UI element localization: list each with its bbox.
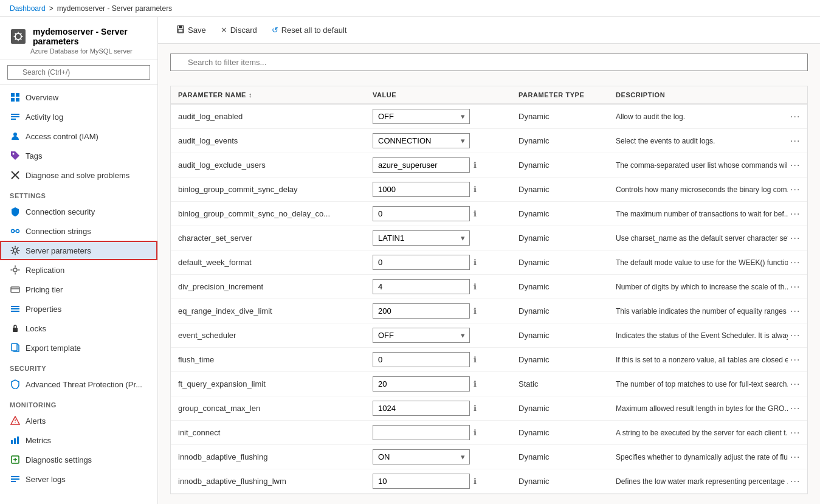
row-more-button[interactable]: ···	[788, 157, 802, 173]
row-more-button[interactable]: ···	[788, 182, 802, 198]
table-row: innodb_adaptive_flushingONOFF▾DynamicSpe…	[171, 445, 807, 469]
row-more-button[interactable]: ···	[788, 230, 802, 246]
row-more-button[interactable]: ···	[788, 133, 802, 149]
row-more-button[interactable]: ···	[788, 474, 802, 489]
value-input[interactable]	[373, 376, 470, 392]
info-icon[interactable]: ℹ	[474, 185, 477, 194]
value-input[interactable]	[373, 157, 470, 173]
discard-icon: ✕	[221, 26, 227, 35]
svg-point-14	[16, 230, 19, 233]
row-more-button[interactable]: ···	[788, 352, 802, 368]
row-more-button[interactable]: ···	[788, 401, 802, 416]
value-select[interactable]: CONNECTIONGENERALTABLE	[373, 133, 470, 148]
sidebar-item-connection-strings[interactable]: Connection strings	[0, 221, 157, 241]
sidebar-item-server-logs[interactable]: Server logs	[0, 469, 157, 489]
sidebar-item-overview[interactable]: Overview	[0, 88, 157, 107]
param-value-cell: ℹ	[365, 202, 511, 225]
sidebar-item-server-parameters[interactable]: Server parameters	[0, 241, 157, 260]
tags-icon	[10, 150, 21, 161]
row-more-button[interactable]: ···	[788, 425, 802, 441]
info-icon[interactable]: ℹ	[474, 258, 477, 267]
info-icon[interactable]: ℹ	[474, 306, 477, 316]
advanced-threat-icon	[10, 379, 21, 390]
sort-icon[interactable]: ↕	[249, 91, 252, 98]
value-input[interactable]	[373, 352, 470, 367]
param-type-cell: Dynamic	[511, 351, 608, 368]
connection-strings-label: Connection strings	[26, 227, 91, 236]
export-template-label: Export template	[26, 343, 81, 353]
filter-wrapper: 🔍	[170, 54, 808, 78]
value-input[interactable]	[373, 182, 470, 197]
filter-search-input[interactable]	[170, 54, 808, 71]
param-value-cell: ℹ	[365, 154, 511, 176]
value-input[interactable]	[373, 425, 470, 440]
param-value-cell: ℹ	[365, 373, 511, 395]
value-input[interactable]	[373, 206, 470, 221]
discard-button[interactable]: ✕ Discard	[215, 22, 263, 38]
sidebar-item-diagnostic-settings[interactable]: Diagnostic settings	[0, 450, 157, 469]
info-icon[interactable]: ℹ	[474, 428, 477, 437]
sidebar-item-replication[interactable]: Replication	[0, 260, 157, 280]
row-more-button[interactable]: ···	[788, 109, 802, 125]
sidebar-item-locks[interactable]: Locks	[0, 319, 157, 338]
row-more-button[interactable]: ···	[788, 303, 802, 319]
header-description: DESCRIPTION	[608, 86, 788, 103]
sidebar-navigation: Overview Activity log Access control (IA…	[0, 85, 157, 504]
row-more-cell: ···	[788, 157, 807, 173]
svg-point-10	[13, 153, 15, 155]
param-desc-cell: Indicates the status of the Event Schedu…	[608, 328, 788, 343]
param-type-cell: Static	[511, 376, 608, 392]
sidebar-item-pricing-tier[interactable]: Pricing tier	[0, 280, 157, 299]
info-icon[interactable]: ℹ	[474, 161, 477, 170]
sidebar-search-container: 🔍	[0, 60, 157, 85]
row-more-button[interactable]: ···	[788, 376, 802, 392]
value-input[interactable]	[373, 255, 470, 270]
reset-button[interactable]: ↺ Reset all to default	[266, 22, 353, 38]
info-icon[interactable]: ℹ	[474, 355, 477, 364]
sidebar-item-tags[interactable]: Tags	[0, 146, 157, 165]
info-icon[interactable]: ℹ	[474, 282, 477, 291]
sidebar-item-diagnose[interactable]: Diagnose and solve problems	[0, 165, 157, 185]
svg-point-26	[15, 422, 16, 423]
table-row: eq_range_index_dive_limitℹDynamicThis va…	[171, 299, 807, 323]
sidebar-item-metrics[interactable]: Metrics	[0, 430, 157, 450]
value-select[interactable]: LATIN1UTF8UTF8MB4	[373, 230, 470, 246]
value-input[interactable]	[373, 474, 470, 489]
breadcrumb-dashboard[interactable]: Dashboard	[10, 4, 46, 13]
row-more-button[interactable]: ···	[788, 279, 802, 295]
row-more-button[interactable]: ···	[788, 328, 802, 343]
diagnostic-settings-icon	[10, 454, 21, 465]
info-icon[interactable]: ℹ	[474, 379, 477, 388]
row-more-button[interactable]: ···	[788, 255, 802, 271]
value-input[interactable]	[373, 303, 470, 319]
info-icon[interactable]: ℹ	[474, 209, 477, 218]
sidebar-item-connection-security[interactable]: Connection security	[0, 202, 157, 221]
row-more-button[interactable]: ···	[788, 449, 802, 465]
value-select[interactable]: OFFON	[373, 109, 470, 124]
sidebar-item-properties[interactable]: Properties	[0, 299, 157, 319]
param-desc-cell: Maximum allowed result length in bytes f…	[608, 401, 788, 416]
row-more-button[interactable]: ···	[788, 206, 802, 222]
sidebar-item-activity-log[interactable]: Activity log	[0, 107, 157, 126]
server-logs-label: Server logs	[26, 475, 66, 484]
param-type-cell: Dynamic	[511, 327, 608, 343]
info-icon[interactable]: ℹ	[474, 477, 477, 486]
sidebar-item-alerts[interactable]: Alerts	[0, 411, 157, 430]
value-input[interactable]	[373, 401, 470, 416]
sidebar-server-name: mydemoserver - Server parameters	[33, 27, 148, 46]
metrics-label: Metrics	[26, 436, 51, 445]
value-select[interactable]: OFFON	[373, 328, 470, 343]
value-select[interactable]: ONOFF	[373, 449, 470, 464]
save-button[interactable]: Save	[170, 22, 212, 38]
sidebar-item-access-control[interactable]: Access control (IAM)	[0, 126, 157, 146]
svg-point-9	[13, 133, 17, 136]
sidebar-item-advanced-threat[interactable]: Advanced Threat Protection (Pr...	[0, 375, 157, 394]
alerts-icon	[10, 415, 21, 426]
properties-icon	[10, 303, 21, 314]
sidebar-item-export-template[interactable]: Export template	[0, 338, 157, 357]
info-icon[interactable]: ℹ	[474, 404, 477, 413]
value-input[interactable]	[373, 279, 470, 294]
sidebar-search-input[interactable]	[7, 65, 150, 80]
param-desc-cell: Use charset_name as the default server c…	[608, 230, 788, 246]
table-row: default_week_formatℹDynamicThe default m…	[171, 250, 807, 275]
